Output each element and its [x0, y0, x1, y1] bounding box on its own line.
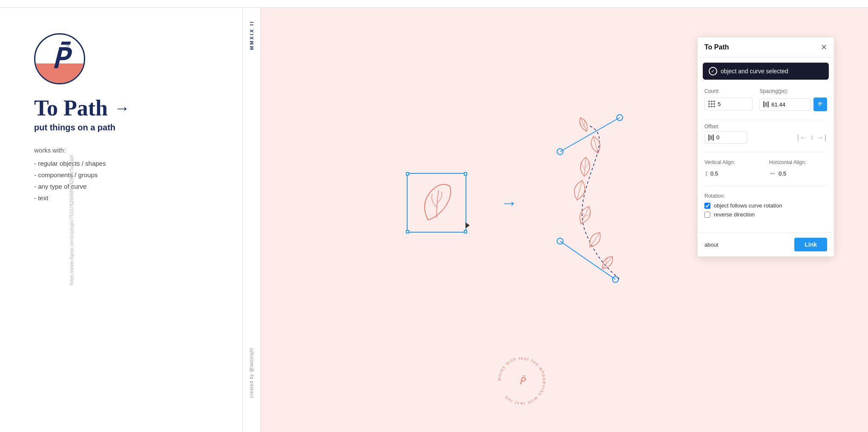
vertical-align-number: 0.5: [710, 170, 718, 177]
main-title: To Path: [34, 97, 108, 119]
logo-circle: → P̄: [34, 33, 85, 84]
path-result-svg: [552, 113, 654, 292]
panel-header: To Path ✕: [698, 37, 834, 58]
offset-bars-icon: [708, 135, 714, 141]
status-text: object and curve selected: [721, 68, 788, 75]
horizontal-align-group: Horizontal Align: ↔ 0.5: [769, 159, 827, 177]
selected-object: [407, 173, 466, 233]
spacing-label: Spacing(px):: [759, 88, 827, 94]
reverse-direction-row: reverse direction: [704, 211, 827, 218]
works-with-title: works with:: [34, 144, 217, 156]
count-label: Count:: [704, 88, 753, 94]
vertical-align-value: ↕ 0.5: [704, 170, 762, 177]
vertical-align-group: Vertical Align: ↕ 0.5: [704, 159, 762, 177]
rotation-section: Rotation: object follows curve rotation …: [704, 193, 827, 220]
subtitle: put things on a path: [34, 123, 217, 132]
works-with-item-4: - text: [34, 192, 217, 204]
link-button[interactable]: Link: [794, 238, 827, 251]
demo-arrow: →: [500, 193, 517, 213]
count-grid-icon: [708, 101, 715, 107]
spacing-group: Spacing(px):: [759, 88, 827, 111]
reverse-direction-label: reverse direction: [714, 211, 755, 218]
horizontal-align-value: ↔ 0.5: [769, 170, 827, 177]
works-with-item-3: - any type of curve: [34, 181, 217, 192]
svg-line-1: [560, 241, 615, 279]
close-button[interactable]: ✕: [821, 43, 827, 51]
divider-1: [704, 120, 827, 120]
divider-2: [704, 152, 827, 153]
logo-letter: P̄: [52, 43, 68, 75]
status-check-icon: ✓: [709, 67, 717, 75]
horizontal-align-number: 0.5: [779, 170, 786, 177]
canvas-area: →: [261, 8, 868, 432]
works-with-item-2: - components / groups: [34, 169, 217, 181]
offset-value[interactable]: [716, 134, 743, 141]
count-spacing-row: Count: Spacing(px):: [704, 88, 827, 111]
offset-label: Offset:: [704, 124, 827, 130]
works-with-section: works with: - regular objects / shapes -…: [34, 144, 217, 204]
circular-logo: works with text too whaat works with tex…: [496, 355, 547, 406]
count-group: Count:: [704, 88, 753, 111]
panel-footer: about Link: [698, 232, 834, 256]
svg-text:works with text too: works with text too: [503, 380, 547, 406]
follows-curve-checkbox[interactable]: [704, 203, 710, 209]
vertical-align-label: Vertical Align:: [704, 159, 762, 165]
count-input[interactable]: [704, 98, 753, 110]
svg-text:P̄: P̄: [519, 375, 526, 386]
rotation-label: Rotation:: [704, 193, 827, 199]
left-info-panel: https://www.figma.com/c/plugin/751576264…: [0, 8, 243, 432]
divider-top-text: MMXIX II: [249, 20, 254, 50]
horizontal-align-label: Horizontal Align:: [769, 159, 827, 165]
svg-line-0: [560, 118, 620, 152]
panel-body: Count: Spacing(px):: [698, 85, 834, 232]
about-link[interactable]: about: [704, 242, 719, 248]
title-row: To Path →: [34, 97, 217, 119]
title-arrow-icon: →: [115, 99, 130, 117]
align-icons-row: ∣← ↕ →∣: [796, 133, 827, 141]
follows-curve-row: object follows curve rotation: [704, 202, 827, 209]
spacing-bars-icon: [763, 101, 769, 107]
cursor-icon: [466, 222, 470, 228]
horizontal-align-arrow-icon: ↔: [769, 170, 776, 177]
count-value[interactable]: [718, 101, 749, 107]
url-text: https://www.figma.com/c/plugin/751576264…: [69, 155, 74, 285]
panel-title: To Path: [704, 43, 729, 51]
vertical-divider: MMXIX II created by @lastnight: [243, 8, 261, 432]
divider-3: [704, 186, 827, 186]
link-toggle-button[interactable]: [813, 98, 827, 111]
follows-curve-label: object follows curve rotation: [714, 202, 782, 209]
spacing-value[interactable]: [771, 101, 807, 108]
offset-input[interactable]: [704, 131, 747, 144]
reverse-direction-checkbox[interactable]: [704, 212, 710, 218]
leaf-svg: [407, 173, 466, 233]
status-bar: ✓ object and curve selected: [703, 63, 829, 80]
align-center-icon[interactable]: ↕: [810, 133, 813, 141]
align-section: Vertical Align: ↕ 0.5 Horizontal Align: …: [704, 159, 827, 177]
plugin-panel: To Path ✕ ✓ object and curve selected Co: [698, 37, 834, 256]
offset-section: Offset: ∣←: [704, 124, 827, 144]
vertical-align-arrow-icon: ↕: [704, 170, 708, 177]
divider-bottom-text: created by @lastnight: [249, 348, 254, 398]
path-result: [552, 113, 654, 292]
circular-logo-svg: works with text too whaat works with tex…: [496, 355, 547, 406]
align-right-icon[interactable]: →∣: [817, 133, 827, 141]
align-left-icon[interactable]: ∣←: [796, 133, 807, 141]
spacing-input[interactable]: [759, 98, 811, 111]
works-with-item-1: - regular objects / shapes: [34, 158, 217, 169]
